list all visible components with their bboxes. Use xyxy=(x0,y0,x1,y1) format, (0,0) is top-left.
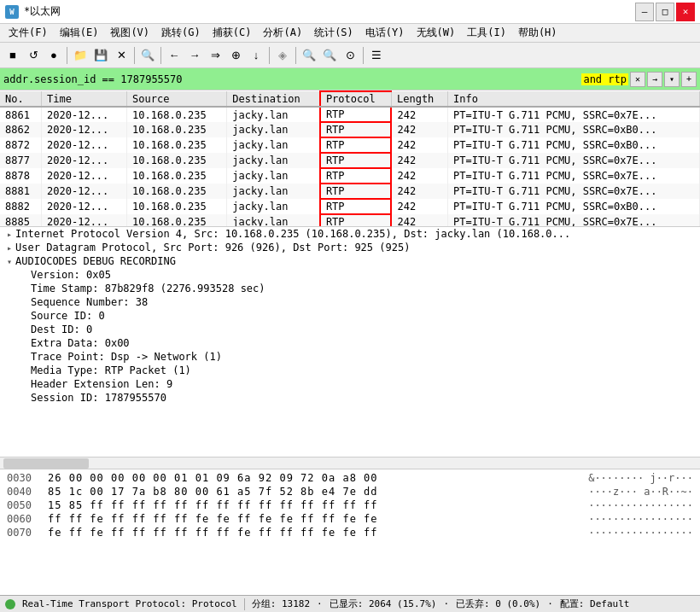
menu-item-a[interactable]: 分析(A) xyxy=(258,25,307,41)
filter-clear-btn[interactable]: ✕ xyxy=(630,72,645,87)
menu-item-c[interactable]: 捕获(C) xyxy=(207,25,257,41)
filter-input[interactable] xyxy=(3,73,581,85)
table-row[interactable]: 88612020-12...10.168.0.235jacky.lanRTP24… xyxy=(0,107,700,122)
window-title: *以太网 xyxy=(24,4,61,19)
detail-line[interactable]: ▸User Datagram Protocol, Src Port: 926 (… xyxy=(0,241,700,254)
col-source[interactable]: Source xyxy=(127,91,227,107)
detail-line[interactable]: ▾AUDIOCODES DEBUG RECORDING xyxy=(0,254,700,268)
detail-line: Session ID: 1787955570 xyxy=(0,391,700,405)
toolbar-btn-zoom-reset[interactable]: ⊙ xyxy=(341,46,359,65)
status-packets: 分组: 13182 xyxy=(252,597,310,610)
menu-item-g[interactable]: 跳转(G) xyxy=(156,25,206,41)
toolbar-btn-filter[interactable]: ⊕ xyxy=(226,46,245,65)
detail-line[interactable]: ▸Internet Protocol Version 4, Src: 10.16… xyxy=(0,227,700,241)
hex-row: 003026 00 00 00 00 00 01 01 09 6a 92 09 … xyxy=(0,471,700,485)
col-protocol[interactable]: Protocol xyxy=(320,91,392,107)
detail-line: Trace Point: Dsp -> Network (1) xyxy=(0,350,700,364)
table-row[interactable]: 88812020-12...10.168.0.235jacky.lanRTP24… xyxy=(0,184,700,199)
status-protocol: Real-Time Transport Protocol: Protocol xyxy=(22,598,237,609)
expand-triangle-icon: ▸ xyxy=(7,230,12,239)
col-length[interactable]: Length xyxy=(391,91,447,107)
close-button[interactable]: ✕ xyxy=(676,3,695,21)
hex-offset: 0040 xyxy=(7,486,41,498)
table-row[interactable]: 88852020-12...10.168.0.235jacky.lanRTP24… xyxy=(0,214,700,227)
toolbar-btn-close[interactable]: ✕ xyxy=(112,46,131,65)
maximize-button[interactable]: □ xyxy=(656,3,674,21)
menu-item-v[interactable]: 视图(V) xyxy=(105,25,155,41)
hex-dump[interactable]: 003026 00 00 00 00 00 01 01 09 6a 92 09 … xyxy=(0,469,700,595)
filter-dropdown-btn[interactable]: ▾ xyxy=(664,72,680,87)
hex-ascii: ················· xyxy=(588,513,693,525)
protocol-cell: RTP xyxy=(320,107,392,122)
h-scroll-thumb[interactable] xyxy=(3,458,89,469)
hex-offset: 0030 xyxy=(7,472,41,484)
toolbar-sep-4 xyxy=(269,47,270,64)
toolbar-btn-search[interactable]: 🔍 xyxy=(138,46,157,65)
toolbar-btn-color1[interactable]: ◈ xyxy=(273,46,292,65)
table-row[interactable]: 88772020-12...10.168.0.235jacky.lanRTP24… xyxy=(0,153,700,168)
toolbar-btn-open[interactable]: 📁 xyxy=(71,46,90,65)
col-no[interactable]: No. xyxy=(0,91,42,107)
protocol-cell: RTP xyxy=(320,122,392,137)
detail-text: Session ID: 1787955570 xyxy=(31,392,166,404)
toolbar-btn-forward[interactable]: → xyxy=(185,46,204,65)
packet-list[interactable]: No. Time Source Destination Protocol Len… xyxy=(0,90,700,227)
detail-line: Dest ID: 0 xyxy=(0,323,700,336)
detail-text: User Datagram Protocol, Src Port: 926 (9… xyxy=(15,242,410,254)
toolbar-btn-circle[interactable]: ● xyxy=(44,46,63,65)
menu-item-y[interactable]: 电话(Y) xyxy=(360,25,410,41)
status-profile: 配置: Default xyxy=(560,597,630,610)
toolbar-btn-stop[interactable]: ■ xyxy=(3,46,22,65)
detail-text: Extra Data: 0x00 xyxy=(31,337,130,349)
toolbar-btn-reload[interactable]: ↺ xyxy=(24,46,43,65)
hex-bytes: 15 85 ff ff ff ff ff ff ff ff ff ff ff f… xyxy=(48,499,581,511)
toolbar: ■ ↺ ● 📁 💾 ✕ 🔍 ← → ⇒ ⊕ ↓ ◈ 🔍 🔍 ⊙ ☰ xyxy=(0,43,700,68)
detail-line: Header Extension Len: 9 xyxy=(0,377,700,391)
expand-triangle-icon: ▾ xyxy=(7,257,12,266)
toolbar-btn-zoom-in[interactable]: 🔍 xyxy=(300,46,318,65)
table-row[interactable]: 88722020-12...10.168.0.235jacky.lanRTP24… xyxy=(0,137,700,153)
menu-item-e[interactable]: 编辑(E) xyxy=(55,25,104,41)
hex-row: 004085 1c 00 17 7a b8 80 00 61 a5 7f 52 … xyxy=(0,485,700,498)
packet-detail[interactable]: ▸Internet Protocol Version 4, Src: 10.16… xyxy=(0,227,700,458)
menu-item-i[interactable]: 工具(I) xyxy=(462,25,511,41)
hex-ascii: &········ j··r··· xyxy=(588,472,693,484)
hex-ascii: ················· xyxy=(588,527,693,539)
detail-line: Extra Data: 0x00 xyxy=(0,336,700,350)
toolbar-sep-5 xyxy=(295,47,296,64)
table-row[interactable]: 88782020-12...10.168.0.235jacky.lanRTP24… xyxy=(0,168,700,184)
toolbar-btn-list[interactable]: ☰ xyxy=(367,46,386,65)
detail-line: Version: 0x05 xyxy=(0,268,700,282)
status-displayed: 已显示: 2064 (15.7%) xyxy=(330,597,437,610)
detail-line: Time Stamp: 87b829f8 (2276.993528 sec) xyxy=(0,282,700,295)
col-info[interactable]: Info xyxy=(448,91,700,107)
menu-item-h[interactable]: 帮助(H) xyxy=(513,25,563,41)
table-row[interactable]: 88622020-12...10.168.0.235jacky.lanRTP24… xyxy=(0,122,700,137)
menu-item-s[interactable]: 统计(S) xyxy=(309,25,359,41)
detail-text: Version: 0x05 xyxy=(31,269,111,281)
packet-header-row: No. Time Source Destination Protocol Len… xyxy=(0,91,700,107)
toolbar-btn-down[interactable]: ↓ xyxy=(247,46,265,65)
status-bullet-3: · xyxy=(547,598,553,609)
protocol-cell: RTP xyxy=(320,184,392,199)
minimize-button[interactable]: – xyxy=(635,3,654,21)
col-destination[interactable]: Destination xyxy=(227,91,320,107)
col-time[interactable]: Time xyxy=(42,91,127,107)
toolbar-btn-back[interactable]: ← xyxy=(165,46,184,65)
protocol-cell: RTP xyxy=(320,137,392,153)
filter-add-btn[interactable]: + xyxy=(681,72,697,87)
menu-item-w[interactable]: 无线(W) xyxy=(411,25,461,41)
filter-arrow-right[interactable]: → xyxy=(647,72,662,87)
hex-offset: 0070 xyxy=(7,527,41,539)
menu-item-f[interactable]: 文件(F) xyxy=(3,25,53,41)
toolbar-btn-save[interactable]: 💾 xyxy=(91,46,110,65)
filter-bar: and rtp ✕ → ▾ + xyxy=(0,68,700,90)
detail-line: Media Type: RTP Packet (1) xyxy=(0,364,700,377)
protocol-cell: RTP xyxy=(320,153,392,168)
status-bar: Real-Time Transport Protocol: Protocol 分… xyxy=(0,595,700,612)
toolbar-btn-zoom-out[interactable]: 🔍 xyxy=(320,46,339,65)
toolbar-btn-goto[interactable]: ⇒ xyxy=(206,46,225,65)
horizontal-scrollbar[interactable] xyxy=(0,458,700,469)
table-row[interactable]: 88822020-12...10.168.0.235jacky.lanRTP24… xyxy=(0,199,700,214)
toolbar-sep-2 xyxy=(134,47,135,64)
